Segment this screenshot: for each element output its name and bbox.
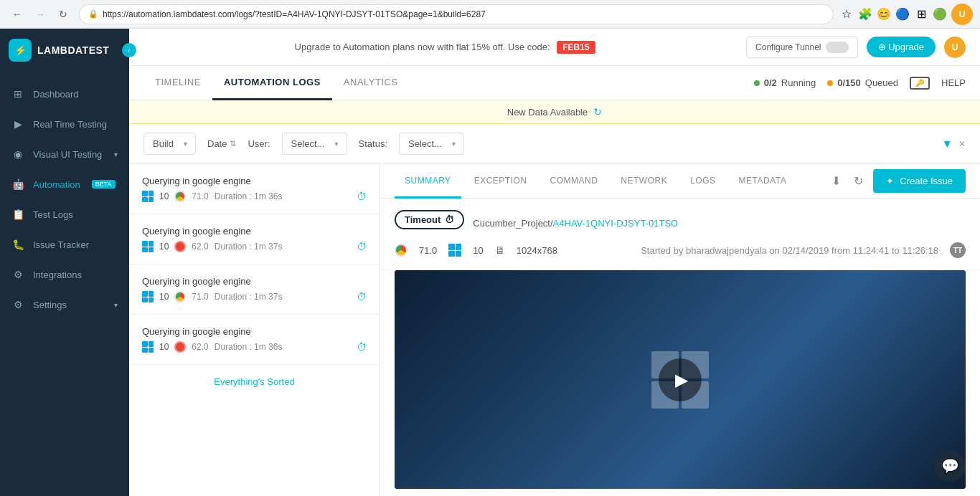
- extension-icon-3[interactable]: 🔵: [895, 7, 910, 22]
- bookmark-icon[interactable]: ☆: [839, 7, 854, 22]
- list-item[interactable]: Querying in google engine 10 71.0 Durati…: [129, 264, 380, 315]
- chrome-version: 71.0: [419, 245, 437, 256]
- queued-count: 0/150 Queued: [827, 77, 898, 88]
- top-right: Configure Tunnel ⊕ Upgrade U: [746, 37, 966, 58]
- sub-tabs-row: SUMMARY EXCEPTION COMMAND NETWORK LOGS: [380, 164, 980, 199]
- tab-analytics[interactable]: ANALYTICS: [332, 66, 410, 100]
- filter-funnel-button[interactable]: ▼: [941, 138, 953, 151]
- real-time-testing-icon: ▶: [11, 118, 24, 130]
- address-bar[interactable]: 🔒 https://automation.lambdatest.com/logs…: [79, 4, 834, 24]
- tab-automation-logs[interactable]: AUTOMATION LOGS: [212, 66, 332, 100]
- back-button[interactable]: ←: [7, 4, 27, 24]
- list-item[interactable]: Querying in google engine 10 71.0 Durati…: [129, 164, 380, 214]
- upgrade-button[interactable]: ⊕ Upgrade: [867, 37, 936, 57]
- browser-chrome: ← → ↻ 🔒 https://automation.lambdatest.co…: [0, 0, 980, 29]
- list-item[interactable]: Querying in google engine 10 62.0 Durati…: [129, 315, 380, 365]
- firefox-browser-icon: [174, 241, 186, 252]
- upgrade-label: ⊕ Upgrade: [878, 42, 924, 52]
- test-id-link[interactable]: A4HAV-1QNYI-DJSYT-01TSO: [553, 218, 679, 229]
- key-icon[interactable]: 🔑: [910, 77, 930, 90]
- tab-command[interactable]: COMMAND: [540, 164, 608, 199]
- refresh-icon[interactable]: ↻: [593, 106, 602, 118]
- test-duration: Duration : 1m 36s: [215, 191, 283, 201]
- chat-bubble-button[interactable]: 💬: [934, 450, 966, 482]
- status-filter[interactable]: Select...: [399, 133, 464, 155]
- running-label: Running: [781, 77, 816, 88]
- os-version: 10: [473, 245, 483, 256]
- test-list-panel: Querying in google engine 10 71.0 Durati…: [129, 164, 380, 496]
- sidebar-item-label: Dashboard: [33, 89, 79, 100]
- tab-summary-label: SUMMARY: [405, 176, 451, 186]
- tab-metadata-label: METADATA: [739, 176, 787, 186]
- filter-clear[interactable]: ✕: [958, 139, 966, 149]
- test-item-title: Querying in google engine: [142, 276, 367, 287]
- sidebar-item-label: Test Logs: [33, 209, 73, 220]
- sidebar-item-real-time-testing[interactable]: ▶ Real Time Testing: [0, 109, 129, 139]
- sidebar-item-test-logs[interactable]: 📋 Test Logs: [0, 199, 129, 229]
- user-avatar[interactable]: U: [944, 37, 966, 58]
- play-arrow-icon: ▶: [675, 370, 688, 390]
- everything-sorted: Everything's Sorted: [129, 365, 380, 399]
- tab-timeline[interactable]: TIMELINE: [143, 66, 212, 100]
- test-project-path: Cucumber_Project/A4HAV-1QNYI-DJSYT-01TSO: [473, 218, 678, 229]
- test-item-meta: 10 71.0 Duration : 1m 37s ⏱: [142, 291, 367, 302]
- sidebar-item-issue-tracker[interactable]: 🐛 Issue Tracker: [0, 229, 129, 259]
- visual-ui-testing-icon: ◉: [11, 148, 24, 161]
- sidebar-nav: ⊞ Dashboard ▶ Real Time Testing ◉ Visual…: [0, 72, 129, 496]
- queued-dot: [827, 80, 833, 86]
- browser-nav-buttons: ← → ↻: [7, 4, 73, 24]
- reload-button[interactable]: ↻: [53, 4, 73, 24]
- tab-logs[interactable]: LOGS: [680, 164, 725, 199]
- video-player[interactable]: ▶: [395, 270, 966, 489]
- sidebar-item-label: Real Time Testing: [33, 119, 107, 130]
- list-item[interactable]: Querying in google engine 10 62.0 Durati…: [129, 214, 380, 264]
- extension-icon-4[interactable]: ⊞: [914, 7, 928, 22]
- sub-tabs-right: ⬇ ↻ ✦ Create Issue: [829, 169, 966, 193]
- logo-text: LAMBDATEST: [37, 44, 109, 56]
- download-button[interactable]: ⬇: [829, 171, 844, 191]
- play-button[interactable]: ▶: [659, 358, 702, 401]
- sidebar-collapse-button[interactable]: ‹: [122, 43, 136, 57]
- sidebar-item-integrations[interactable]: ⚙ Integrations: [0, 259, 129, 290]
- extension-icon-1[interactable]: 🧩: [858, 7, 872, 22]
- sidebar-item-label: Issue Tracker: [33, 239, 89, 250]
- os-version: 10: [159, 191, 169, 201]
- test-duration: Duration : 1m 37s: [215, 242, 283, 252]
- running-count: 0/2 Running: [754, 77, 816, 88]
- tab-exception[interactable]: EXCEPTION: [464, 164, 537, 199]
- app-container: ⚡ LAMBDATEST ‹ ⊞ Dashboard ▶ Real Time T…: [0, 29, 980, 496]
- tab-analytics-label: ANALYTICS: [344, 77, 398, 87]
- tab-metadata[interactable]: METADATA: [729, 164, 797, 199]
- sidebar-item-label: Automation: [33, 179, 80, 190]
- timeout-badge: Timeout ⏱: [395, 210, 464, 229]
- test-item-meta: 10 62.0 Duration : 1m 37s ⏱: [142, 241, 367, 252]
- configure-tunnel-button[interactable]: Configure Tunnel: [746, 37, 857, 58]
- refresh-button[interactable]: ↻: [851, 171, 866, 191]
- toggle-switch[interactable]: [826, 42, 849, 53]
- sidebar-item-visual-ui-testing[interactable]: ◉ Visual UI Testing ▾: [0, 139, 129, 169]
- timeout-label: Timeout: [405, 214, 440, 225]
- tab-network-label: NETWORK: [621, 176, 667, 186]
- user-filter[interactable]: Select...: [282, 133, 347, 155]
- sidebar-item-automation[interactable]: 🤖 Automation BETA: [0, 169, 129, 199]
- forward-button[interactable]: →: [30, 4, 50, 24]
- build-filter[interactable]: Build: [143, 133, 196, 155]
- chevron-down-icon: ▾: [114, 301, 118, 309]
- create-issue-button[interactable]: ✦ Create Issue: [873, 169, 966, 193]
- test-item-meta: 10 71.0 Duration : 1m 36s ⏱: [142, 191, 367, 202]
- chrome-user-avatar[interactable]: U: [951, 4, 973, 25]
- settings-icon: ⚙: [11, 298, 24, 311]
- sidebar-item-settings[interactable]: ⚙ Settings ▾: [0, 290, 129, 320]
- tab-summary[interactable]: SUMMARY: [395, 164, 461, 199]
- extension-icon-2[interactable]: 😊: [877, 7, 891, 22]
- help-button[interactable]: HELP: [941, 77, 966, 88]
- create-issue-icon: ✦: [886, 176, 894, 186]
- test-duration: Duration : 1m 37s: [215, 292, 283, 302]
- chat-icon: 💬: [941, 457, 959, 474]
- tab-network[interactable]: NETWORK: [611, 164, 677, 199]
- sidebar: ⚡ LAMBDATEST ‹ ⊞ Dashboard ▶ Real Time T…: [0, 29, 129, 496]
- sidebar-item-dashboard[interactable]: ⊞ Dashboard: [0, 79, 129, 109]
- promo-banner: Upgrade to Automation plans now with fla…: [143, 42, 746, 52]
- chrome-browser-icon: [174, 191, 186, 202]
- extension-icon-5[interactable]: 🟢: [933, 7, 947, 22]
